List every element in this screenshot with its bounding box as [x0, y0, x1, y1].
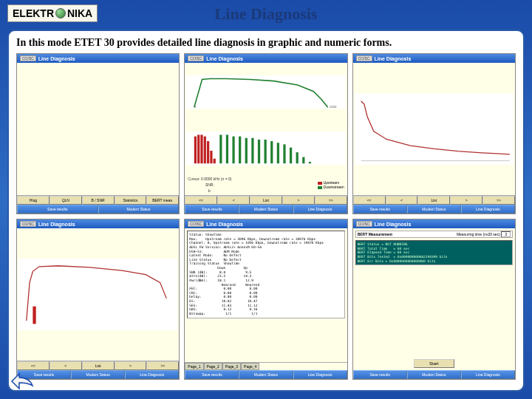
line-diagnosis-button[interactable]: Line Diagnosis — [461, 205, 515, 214]
line-diagnosis-button[interactable]: Line Diagnosis — [293, 370, 347, 379]
nav-first[interactable]: << — [17, 361, 50, 370]
svg-rect-19 — [270, 141, 273, 163]
window-title: Line Diagnosis — [38, 222, 75, 227]
bits-chart — [186, 120, 345, 177]
start-button[interactable]: Start — [414, 359, 454, 368]
svg-rect-6 — [201, 134, 203, 163]
nav-list[interactable]: List — [250, 196, 282, 205]
corner-label: CO/SC — [20, 221, 36, 227]
window-title: Line Diagnosis — [206, 222, 243, 227]
intro-text: In this mode ETET 30 provides detailed l… — [16, 37, 516, 49]
modem-status-button[interactable]: Modem Status — [407, 205, 461, 214]
page-1[interactable]: Page_1 — [185, 363, 203, 370]
brand-badge: ELEKTR NIKA — [7, 4, 98, 22]
window-title: Line Diagnosis — [38, 56, 75, 61]
tab-hlog[interactable]: Hlog — [17, 196, 50, 205]
svg-rect-25 — [309, 162, 311, 163]
nav-last[interactable]: >> — [482, 196, 515, 205]
svg-rect-20 — [277, 143, 279, 163]
line-diagnosis-button[interactable]: Line Diagnosis — [125, 370, 179, 379]
line-diagnosis-button[interactable]: Line Diagnosis — [293, 205, 347, 214]
brand-part2: NIKA — [67, 7, 92, 19]
bert-time-label: Measuring time (nx20 sec) — [457, 232, 500, 236]
svg-rect-10 — [214, 158, 216, 163]
tab-qln[interactable]: QLN — [50, 196, 82, 205]
corner-label: CO/SC — [188, 221, 204, 227]
back-arrow-icon[interactable] — [10, 372, 34, 390]
svg-rect-8 — [207, 141, 209, 163]
window-title: Line Diagnosis — [375, 56, 412, 61]
tab-statistics[interactable]: Statistics — [115, 196, 147, 205]
nav-prev[interactable]: < — [50, 361, 82, 370]
nav-prev[interactable]: < — [386, 196, 418, 205]
bsnr-b: b: — [188, 188, 231, 194]
nav-first[interactable]: << — [185, 196, 217, 205]
main-panel: In this mode ETET 30 provides detailed l… — [7, 30, 525, 392]
modem-status-button[interactable]: Modem Status — [98, 205, 180, 214]
svg-rect-21 — [284, 144, 286, 163]
corner-label: CO/SC — [20, 55, 36, 61]
screenshots-grid: CO/SC Line Diagnosis Hlog QLN B / SNR St… — [16, 53, 516, 380]
svg-rect-12 — [226, 134, 228, 163]
svg-rect-7 — [204, 136, 206, 163]
nav-next[interactable]: > — [282, 196, 315, 205]
svg-rect-14 — [239, 136, 241, 163]
save-results-button[interactable]: Save results — [353, 205, 407, 214]
page-4[interactable]: Page_4 — [241, 363, 259, 370]
nav-next[interactable]: > — [115, 361, 147, 370]
bsnr-snr: SNR: — [188, 182, 231, 188]
statistics-text: Status: ShowTime Max: Upstream rate = 30… — [187, 231, 344, 318]
page-2[interactable]: Page_2 — [204, 363, 222, 370]
nav-list[interactable]: List — [417, 196, 450, 205]
bert-text: BERT Status = NOT RUNNING BERT Total Tim… — [355, 240, 513, 265]
nav-next[interactable]: > — [450, 196, 482, 205]
screen-hlog: CO/SC Line Diagnosis Cursor: 0.0000 kHz … — [16, 219, 180, 380]
svg-rect-24 — [303, 157, 305, 163]
bert-time-value[interactable]: 3 — [501, 231, 511, 237]
corner-label: CO/SC — [356, 221, 372, 227]
modem-status-button[interactable]: Modem Status — [407, 370, 461, 379]
nav-toolbar: << < List > >> — [185, 195, 347, 205]
snr-chart: 0 2000 — [186, 64, 345, 120]
save-results-button[interactable]: Save results — [17, 205, 98, 214]
legend-downstream: Downstream — [318, 185, 344, 189]
mode-tabs: Hlog QLN B / SNR Statistics BERT meas. — [17, 195, 179, 205]
screen-tabs: CO/SC Line Diagnosis Hlog QLN B / SNR St… — [16, 53, 180, 214]
save-results-button[interactable]: Save results — [353, 370, 407, 379]
modem-status-button[interactable]: Modem Status — [239, 205, 293, 214]
nav-prev[interactable]: < — [217, 196, 250, 205]
window-title: Line Diagnosis — [206, 56, 243, 61]
svg-rect-22 — [290, 147, 292, 163]
nav-last[interactable]: >> — [315, 196, 347, 205]
nav-last[interactable]: >> — [146, 361, 179, 370]
nav-first[interactable]: << — [353, 196, 386, 205]
corner-label: CO/SC — [188, 55, 204, 61]
page-3[interactable]: Page_3 — [222, 363, 241, 370]
nav-list[interactable]: List — [82, 361, 115, 370]
svg-rect-17 — [258, 139, 260, 163]
save-results-button[interactable]: Save results — [185, 370, 239, 379]
svg-rect-29 — [33, 307, 35, 324]
svg-text:2000: 2000 — [330, 105, 337, 109]
svg-rect-9 — [211, 150, 213, 163]
corner-label: CO/SC — [356, 55, 372, 61]
save-results-button[interactable]: Save results — [185, 205, 239, 214]
modem-status-button[interactable]: Modem Status — [239, 370, 293, 379]
qln-chart — [355, 64, 514, 194]
modem-status-button[interactable]: Modem Status — [71, 370, 125, 379]
svg-rect-23 — [296, 152, 299, 163]
line-diagnosis-button[interactable]: Line Diagnosis — [461, 370, 515, 379]
svg-rect-5 — [197, 134, 200, 163]
svg-rect-4 — [194, 136, 197, 163]
svg-rect-15 — [245, 137, 248, 163]
window-title: Line Diagnosis — [375, 222, 412, 227]
bert-header: BERT Measurement — [358, 232, 392, 236]
screen-bsnr: CO/SC Line Diagnosis 0 2000 — [184, 53, 347, 214]
hlog-cursor: Cursor: 0.0000 kHz (n = 0) — [18, 360, 177, 361]
qln-cursor: Cursor: 0.0000 kHz (n = 0) — [355, 194, 514, 195]
screen-bert: CO/SC Line Diagnosis BERT Measurement Me… — [352, 219, 516, 380]
svg-rect-16 — [252, 137, 254, 163]
tab-bert[interactable]: BERT meas. — [146, 196, 179, 205]
brand-part1: ELEKTR — [13, 7, 54, 19]
tab-bsnr[interactable]: B / SNR — [82, 196, 115, 205]
